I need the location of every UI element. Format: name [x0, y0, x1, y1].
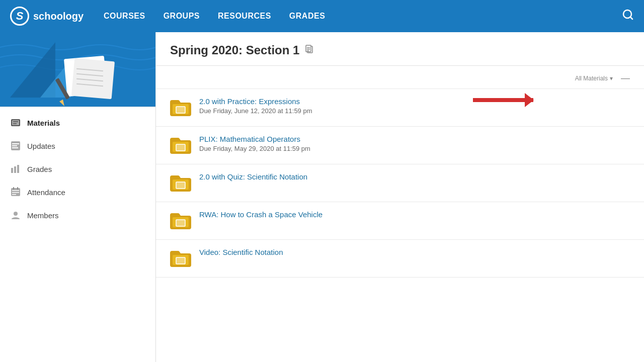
svg-rect-27 — [12, 194, 16, 195]
material-due-2: Due Friday, May 29, 2020 at 11:59 pm — [199, 145, 630, 152]
svg-rect-41 — [176, 182, 185, 189]
svg-rect-22 — [14, 166, 16, 173]
material-title-5[interactable]: Video: Scientific Notation — [199, 248, 630, 256]
svg-rect-20 — [12, 147, 18, 148]
svg-rect-23 — [17, 165, 19, 173]
material-folder-icon-4 — [170, 210, 191, 231]
sidebar-label-updates: Updates — [27, 142, 55, 150]
svg-line-1 — [630, 17, 632, 19]
sidebar-item-members[interactable]: Members — [0, 204, 155, 227]
material-item-4: RWA: How to Crash a Space Vehicle — [156, 202, 644, 239]
logo-letter: S — [16, 10, 24, 23]
material-info-4: RWA: How to Crash a Space Vehicle — [199, 210, 630, 219]
nav-groups[interactable]: GROUPS — [164, 10, 200, 23]
materials-toolbar: All Materials ▾ — — [156, 66, 644, 88]
course-banner — [0, 32, 155, 107]
grades-icon — [10, 163, 21, 174]
sidebar-label-attendance: Attendance — [27, 188, 65, 197]
content-area: Spring 2020: Section 1 All Materials ▾ — — [156, 32, 644, 362]
arrow-annotation — [473, 98, 533, 102]
svg-rect-14 — [12, 120, 19, 125]
material-item-5: Video: Scientific Notation — [156, 239, 644, 278]
sidebar-item-updates[interactable]: Updates — [0, 134, 155, 157]
sidebar: Materials Updates — [0, 32, 156, 362]
svg-rect-15 — [13, 121, 18, 122]
filter-label: All Materials — [575, 75, 608, 82]
svg-rect-26 — [12, 192, 19, 193]
materials-list: 2.0 with Practice: Expressions Due Frida… — [156, 88, 644, 278]
material-folder-icon-5 — [170, 248, 191, 269]
materials-icon — [10, 117, 21, 128]
svg-rect-45 — [176, 257, 185, 264]
material-info-1: 2.0 with Practice: Expressions Due Frida… — [199, 97, 630, 115]
nav-resources[interactable]: RESOURCES — [218, 10, 271, 23]
app-name: schoology — [33, 11, 84, 22]
top-navigation: S schoology COURSES GROUPS RESOURCES GRA… — [0, 0, 644, 32]
svg-rect-37 — [176, 107, 185, 113]
members-icon — [10, 210, 21, 221]
material-item-2: PLIX: Mathematical Operators Due Friday,… — [156, 126, 644, 164]
svg-rect-28 — [13, 187, 14, 190]
nav-grades[interactable]: GRADES — [289, 10, 325, 23]
updates-icon — [10, 140, 21, 151]
material-due-1: Due Friday, June 12, 2020 at 11:59 pm — [199, 107, 630, 115]
material-title-1[interactable]: 2.0 with Practice: Expressions — [199, 97, 630, 106]
svg-rect-19 — [12, 145, 17, 146]
sidebar-label-grades: Grades — [27, 165, 52, 173]
svg-rect-39 — [176, 144, 185, 151]
material-title-2[interactable]: PLIX: Mathematical Operators — [199, 135, 630, 143]
material-folder-icon-2 — [170, 135, 191, 156]
sidebar-item-materials[interactable]: Materials — [0, 111, 155, 134]
material-title-4[interactable]: RWA: How to Crash a Space Vehicle — [199, 210, 630, 219]
sidebar-item-grades[interactable]: Grades — [0, 157, 155, 180]
material-info-2: PLIX: Mathematical Operators Due Friday,… — [199, 135, 630, 152]
sidebar-nav: Materials Updates — [0, 107, 155, 231]
chevron-down-icon: ▾ — [610, 75, 613, 82]
nav-courses[interactable]: COURSES — [104, 10, 145, 23]
material-item-1: 2.0 with Practice: Expressions Due Frida… — [156, 88, 644, 126]
material-folder-icon-3 — [170, 172, 191, 194]
material-title-3[interactable]: 2.0 with Quiz: Scientific Notation — [199, 172, 630, 181]
logo-circle: S — [10, 7, 29, 26]
page-title: Spring 2020: Section 1 — [170, 43, 299, 57]
svg-rect-25 — [12, 190, 19, 191]
nav-links: COURSES GROUPS RESOURCES GRADES — [104, 10, 325, 23]
main-layout: Materials Updates — [0, 32, 644, 362]
svg-rect-21 — [11, 168, 13, 173]
logo[interactable]: S schoology — [10, 7, 84, 26]
material-info-3: 2.0 with Quiz: Scientific Notation — [199, 172, 630, 181]
svg-rect-18 — [12, 143, 19, 144]
nav-left: S schoology COURSES GROUPS RESOURCES GRA… — [10, 7, 325, 26]
svg-point-30 — [14, 212, 18, 216]
svg-rect-43 — [176, 220, 185, 226]
material-item-3: 2.0 with Quiz: Scientific Notation — [156, 164, 644, 202]
page-header: Spring 2020: Section 1 — [156, 32, 644, 66]
svg-rect-29 — [17, 187, 18, 190]
material-info-5: Video: Scientific Notation — [199, 248, 630, 256]
banner-svg — [0, 32, 155, 107]
copy-icon[interactable] — [304, 44, 314, 57]
svg-rect-16 — [13, 123, 17, 124]
sidebar-item-attendance[interactable]: Attendance — [0, 180, 155, 204]
filter-dropdown[interactable]: All Materials ▾ — [575, 75, 613, 82]
material-folder-icon-1 — [170, 97, 191, 118]
attendance-icon — [10, 187, 21, 198]
arrow-body — [473, 98, 533, 102]
search-button[interactable] — [622, 9, 634, 24]
collapse-button[interactable]: — — [621, 73, 630, 83]
sidebar-label-members: Members — [27, 211, 59, 220]
sidebar-label-materials: Materials — [27, 119, 60, 127]
